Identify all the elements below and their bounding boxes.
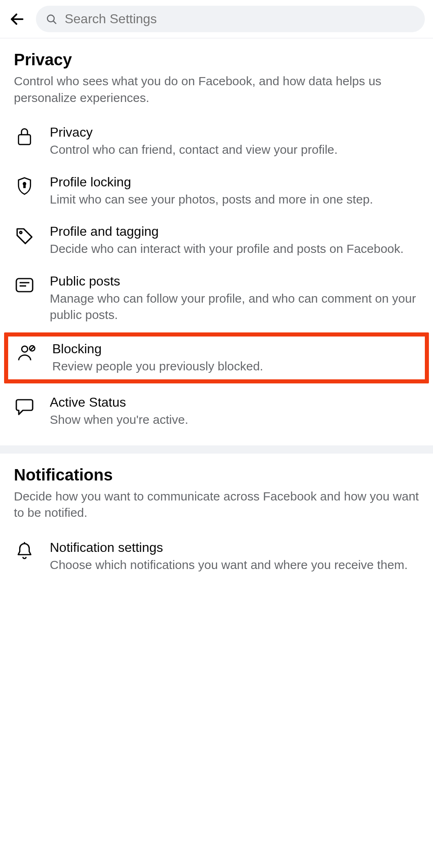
search-icon <box>46 13 57 25</box>
settings-item-profile-locking[interactable]: Profile locking Limit who can see your p… <box>14 167 419 217</box>
svg-point-6 <box>20 231 22 233</box>
svg-rect-7 <box>16 279 33 292</box>
item-desc: Decide who can interact with your profil… <box>50 241 419 257</box>
item-title: Profile and tagging <box>50 224 419 239</box>
item-title: Privacy <box>50 125 419 140</box>
section-subtitle: Decide how you want to communicate acros… <box>14 488 419 521</box>
settings-item-privacy[interactable]: Privacy Control who can friend, contact … <box>14 117 419 167</box>
search-input[interactable] <box>64 11 415 27</box>
svg-line-12 <box>30 346 34 350</box>
settings-item-public-posts[interactable]: Public posts Manage who can follow your … <box>14 266 419 332</box>
svg-point-10 <box>22 346 28 352</box>
tag-icon <box>14 225 35 246</box>
section-notifications: Notifications Decide how you want to com… <box>0 454 433 591</box>
item-desc: Review people you previously blocked. <box>52 358 417 375</box>
item-title: Active Status <box>50 395 419 410</box>
highlighted-item: Blocking Review people you previously bl… <box>4 332 429 384</box>
lock-icon <box>14 126 35 147</box>
search-bar[interactable] <box>36 6 425 32</box>
bell-icon <box>14 541 35 562</box>
settings-item-blocking[interactable]: Blocking Review people you previously bl… <box>16 341 417 375</box>
section-title: Privacy <box>14 51 419 69</box>
settings-item-profile-tagging[interactable]: Profile and tagging Decide who can inter… <box>14 217 419 266</box>
item-desc: Control who can friend, contact and view… <box>50 142 419 158</box>
item-title: Notification settings <box>50 540 419 555</box>
section-divider <box>0 445 433 454</box>
item-desc: Show when you're active. <box>50 412 419 428</box>
item-title: Blocking <box>52 341 417 356</box>
item-desc: Manage who can follow your profile, and … <box>50 290 419 323</box>
item-title: Profile locking <box>50 175 419 190</box>
section-subtitle: Control who sees what you do on Facebook… <box>14 73 419 106</box>
settings-item-notification-settings[interactable]: Notification settings Choose which notif… <box>14 533 419 582</box>
section-title: Notifications <box>14 466 419 484</box>
svg-line-2 <box>53 21 56 23</box>
item-title: Public posts <box>50 274 419 289</box>
block-icon <box>16 342 38 363</box>
item-desc: Choose which notifications you want and … <box>50 557 419 574</box>
app-header <box>0 0 433 38</box>
chat-icon <box>14 396 35 417</box>
back-button[interactable] <box>8 10 26 28</box>
item-desc: Limit who can see your photos, posts and… <box>50 191 419 208</box>
shield-icon <box>14 175 35 197</box>
settings-item-active-status[interactable]: Active Status Show when you're active. <box>14 388 419 437</box>
arrow-left-icon <box>9 11 25 27</box>
svg-rect-3 <box>18 135 30 144</box>
svg-rect-5 <box>24 184 25 187</box>
post-icon <box>14 275 35 296</box>
section-privacy: Privacy Control who sees what you do on … <box>0 38 433 445</box>
